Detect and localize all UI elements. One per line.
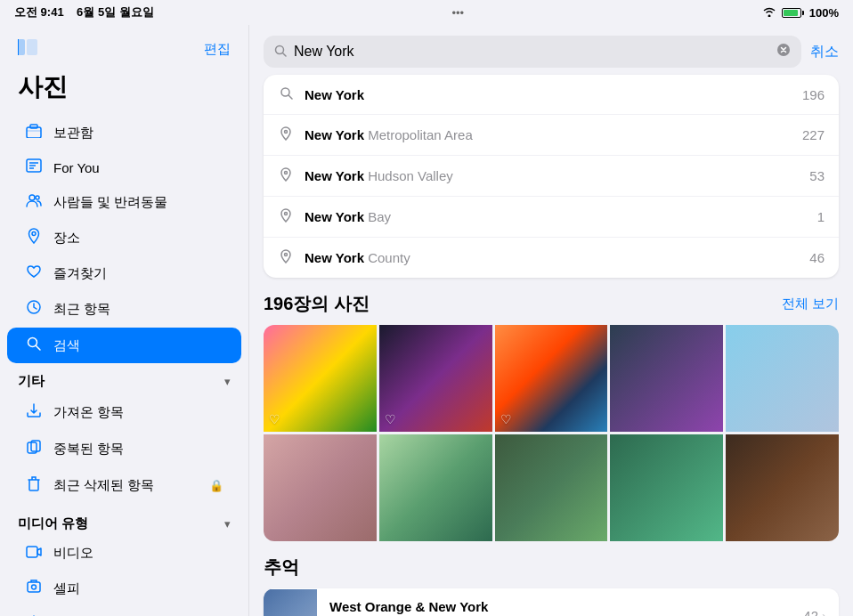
sidebar-item-people[interactable]: 사람들 및 반려동물 (7, 185, 241, 219)
suggestion-item-3[interactable]: New York Bay 1 (264, 197, 839, 238)
sidebar-item-search[interactable]: 검색 (7, 328, 241, 363)
memory-chevron-0: › (822, 608, 826, 616)
sidebar-item-library[interactable]: 보관함 (7, 116, 241, 150)
suggestion-bold-2: New York (305, 168, 364, 183)
selfies-label: 셀피 (53, 580, 80, 597)
search-icon (274, 45, 287, 60)
suggestion-item-1[interactable]: New York Metropolitan Area 227 (264, 115, 839, 156)
sidebar-item-imported[interactable]: 가져온 항목 (7, 394, 241, 430)
people-icon (25, 193, 43, 211)
photos-section: 196장의 사진 전체 보기 ♡ ♡ ♡ (249, 292, 853, 555)
lock-icon: 🔒 (209, 479, 223, 492)
photo-grid: ♡ ♡ ♡ (264, 325, 839, 541)
memory-count-value-0: 42 (803, 608, 818, 616)
memory-card-0[interactable]: West Orange & New York 2022년 7월 14일 42 › (264, 588, 839, 616)
svg-point-10 (36, 196, 39, 199)
favorites-label: 즐겨찾기 (53, 265, 107, 282)
memories-section: 추억 West Orange & New York 2022년 7월 14일 4… (249, 555, 853, 616)
media-section-items: 비디오 셀피 (0, 537, 248, 616)
sidebar-item-deleted[interactable]: 최근 삭제된 항목 🔒 (7, 467, 241, 503)
photo-cell-8[interactable] (495, 434, 608, 541)
sidebar-item-recents[interactable]: 최근 항목 (7, 291, 241, 327)
sidebar-item-videos[interactable]: 비디오 (7, 537, 241, 570)
photo-cell-9[interactable] (610, 434, 723, 541)
photos-count-title: 196장의 사진 (264, 292, 370, 316)
suggestion-text-4: New York County (305, 250, 799, 265)
foryou-icon (25, 158, 43, 176)
svg-point-29 (285, 254, 288, 256)
heart-button-1[interactable]: ♡ (269, 412, 280, 426)
suggestion-item-2[interactable]: New York Hudson Valley 53 (264, 156, 839, 197)
svg-point-18 (32, 585, 37, 589)
time-display: 오전 9:41 (14, 5, 64, 19)
svg-point-27 (285, 172, 288, 174)
places-icon (25, 228, 43, 247)
search-nav-icon (25, 336, 43, 355)
sidebar-item-duplicates[interactable]: 중복된 항목 (7, 431, 241, 466)
photo-cell-5[interactable] (726, 325, 839, 432)
search-bar-container: New York 취소 (249, 25, 853, 75)
sidebar-toggle-icon[interactable] (18, 39, 37, 60)
videos-label: 비디오 (53, 545, 93, 562)
suggestion-item-0[interactable]: New York 196 (264, 75, 839, 115)
favorites-icon (25, 264, 43, 282)
photo-cell-10[interactable] (726, 434, 839, 541)
sidebar: 편집 사진 보관함 (0, 25, 249, 616)
sidebar-item-places[interactable]: 장소 (7, 220, 241, 255)
sidebar-title: 사진 (0, 67, 248, 115)
suggestion-loc-icon-1 (278, 126, 294, 143)
svg-rect-17 (28, 582, 40, 592)
suggestion-count-0: 196 (802, 87, 825, 102)
memory-count-0: 42 › (803, 608, 839, 616)
search-suggestions: New York 196 New York Metropolitan Area … (264, 75, 839, 278)
search-cancel-button[interactable]: 취소 (810, 43, 839, 61)
photo-cell-2[interactable]: ♡ (379, 325, 492, 432)
suggestion-count-2: 53 (809, 168, 825, 183)
battery-icon (782, 8, 804, 18)
other-section-header[interactable]: 기타 ▾ (0, 364, 248, 393)
suggestion-bold-0: New York (305, 87, 364, 102)
deleted-label: 최근 삭제된 항목 (53, 477, 154, 494)
recents-label: 최근 항목 (53, 301, 110, 318)
photo-cell-7[interactable] (379, 434, 492, 541)
status-right: 100% (762, 5, 839, 20)
status-center: ••• (451, 6, 464, 20)
places-label: 장소 (53, 230, 80, 247)
svg-rect-3 (27, 127, 41, 138)
deleted-icon (25, 475, 43, 495)
search-input[interactable]: New York (294, 44, 769, 60)
people-label: 사람들 및 반려동물 (53, 194, 167, 211)
library-label: 보관함 (53, 125, 93, 142)
wifi-icon (762, 5, 776, 20)
heart-button-2[interactable]: ♡ (385, 412, 396, 426)
memory-thumbnail-0 (264, 589, 317, 617)
sidebar-item-livephoto[interactable]: Live Photo (7, 607, 241, 616)
suggestion-bold-3: New York (305, 209, 364, 224)
suggestion-loc-icon-2 (278, 167, 294, 184)
imported-icon (25, 402, 43, 422)
photo-cell-3[interactable]: ♡ (495, 325, 608, 432)
search-bar[interactable]: New York (264, 36, 801, 68)
search-clear-button[interactable] (776, 43, 791, 61)
svg-point-9 (29, 195, 35, 200)
photo-cell-4[interactable] (610, 325, 723, 432)
heart-button-3[interactable]: ♡ (500, 412, 512, 426)
sidebar-item-foryou[interactable]: For You (7, 150, 241, 184)
suggestion-count-4: 46 (809, 250, 825, 265)
recents-icon (25, 299, 43, 319)
suggestion-bold-1: New York (305, 127, 364, 142)
sidebar-edit-button[interactable]: 편집 (204, 41, 231, 58)
sidebar-item-favorites[interactable]: 즐겨찾기 (7, 256, 241, 290)
photo-cell-1[interactable]: ♡ (264, 325, 377, 432)
duplicates-label: 중복된 항목 (53, 441, 124, 458)
media-section-header[interactable]: 미디어 유형 ▾ (0, 507, 248, 536)
view-all-button[interactable]: 전체 보기 (782, 296, 839, 312)
suggestion-loc-icon-4 (278, 249, 294, 266)
photo-cell-6[interactable] (264, 434, 377, 541)
suggestion-item-4[interactable]: New York County 46 (264, 238, 839, 278)
suggestion-search-icon-0 (278, 86, 294, 102)
sidebar-item-selfies[interactable]: 셀피 (7, 571, 241, 606)
duplicates-icon (25, 439, 43, 458)
content-area: New York 취소 (249, 25, 853, 616)
memories-title: 추억 (264, 555, 839, 580)
